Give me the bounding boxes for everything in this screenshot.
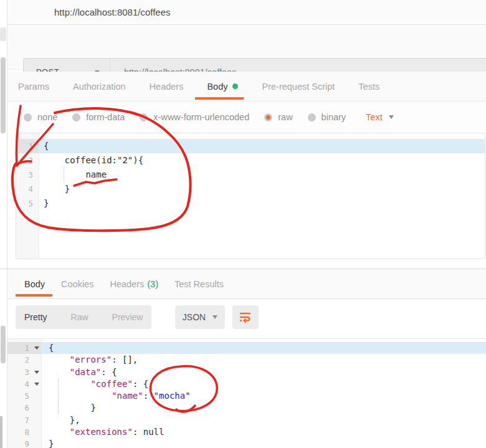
code-text: { xyxy=(39,139,485,153)
request-code-line[interactable]: 5} xyxy=(16,196,485,211)
code-text: "extensions": null xyxy=(41,426,486,438)
code-text: } xyxy=(39,182,485,196)
indent-guide xyxy=(64,167,64,181)
indent-guide xyxy=(58,378,59,414)
fold-spacer xyxy=(32,426,41,438)
line-number: 5 xyxy=(16,196,39,211)
code-text: }, xyxy=(41,414,486,426)
radio-icon xyxy=(24,113,32,122)
sidebar-scrollbar-thumb[interactable] xyxy=(1,57,6,133)
tab-body[interactable]: Body xyxy=(207,82,238,92)
sidebar-edge xyxy=(0,0,7,448)
view-preview-button[interactable]: Preview xyxy=(112,312,143,322)
line-number: 8 xyxy=(7,426,32,438)
response-code-line[interactable]: 7 }, xyxy=(7,414,486,426)
response-tab-label: Cookies xyxy=(61,279,93,289)
request-code-line[interactable]: 3 name xyxy=(16,168,485,182)
response-tab-body[interactable]: Body xyxy=(24,279,45,289)
response-code-line[interactable]: 2 "errors": [], xyxy=(7,354,486,366)
body-mode-label: form-data xyxy=(86,112,125,122)
response-code-line[interactable]: 1{ xyxy=(7,342,486,354)
tab-label: Pre-request Script xyxy=(262,82,335,92)
wrap-lines-button[interactable] xyxy=(232,305,259,329)
request-code-line[interactable]: 4 } xyxy=(16,182,485,196)
tab-headers[interactable]: Headers xyxy=(150,82,184,92)
response-code-line[interactable]: 4 "coffee": { xyxy=(7,378,486,390)
line-number: 3 xyxy=(16,168,39,182)
tab-label: Params xyxy=(18,82,49,92)
line-number: 5 xyxy=(7,390,32,402)
tab-label: Headers xyxy=(150,82,184,92)
view-pretty-button[interactable]: Pretty xyxy=(24,312,47,322)
response-code-line[interactable]: 8 "extensions": null xyxy=(7,426,486,438)
chevron-down-icon xyxy=(212,315,217,319)
sidebar-scrollbar-thumb[interactable] xyxy=(1,326,6,363)
tab-params[interactable]: Params xyxy=(18,82,49,92)
response-code-line[interactable]: 5 "name": "mocha" xyxy=(7,390,486,402)
tab-tests[interactable]: Tests xyxy=(358,82,379,92)
tab-pre-request-script[interactable]: Pre-request Script xyxy=(262,82,335,92)
body-mode-raw[interactable]: raw xyxy=(264,112,292,122)
fold-toggle[interactable] xyxy=(32,366,41,378)
url-row: POST http://localhost:8081/coffees xyxy=(7,26,486,70)
body-mode-none[interactable]: none xyxy=(24,112,57,122)
line-number: 4 xyxy=(7,378,32,390)
request-code-line[interactable]: 2 coffee(id:"2"){ xyxy=(16,153,485,168)
line-number: 1 xyxy=(7,342,32,354)
chevron-down-icon xyxy=(389,115,394,119)
body-mode-label: none xyxy=(37,112,57,122)
radio-icon xyxy=(264,113,272,122)
line-number: 9 xyxy=(7,438,32,448)
request-tabs: ParamsAuthorizationHeadersBodyPre-reques… xyxy=(7,72,486,102)
tab-authorization[interactable]: Authorization xyxy=(73,82,126,92)
view-raw-button[interactable]: Raw xyxy=(71,312,88,322)
body-mode-form-data[interactable]: form-data xyxy=(72,112,125,122)
response-tab-cookies[interactable]: Cookies xyxy=(61,279,93,289)
response-tab-headers[interactable]: Headers(3) xyxy=(110,279,158,289)
code-text: "name": "mocha" xyxy=(41,390,486,402)
sidebar-edge-segment xyxy=(0,416,2,448)
raw-type-select[interactable]: Text xyxy=(366,112,394,122)
wrap-lines-icon xyxy=(238,310,253,325)
line-number: 4 xyxy=(16,182,39,196)
code-text: coffee(id:"2"){ xyxy=(39,153,485,168)
code-text: name xyxy=(39,168,485,182)
line-number: 6 xyxy=(7,402,32,414)
line-number: 2 xyxy=(16,153,39,168)
fold-toggle[interactable] xyxy=(32,378,41,390)
headers-count-badge: (3) xyxy=(147,279,158,289)
unsaved-changes-dot-icon xyxy=(232,83,238,89)
request-body-editor[interactable]: 1{2 coffee(id:"2"){3 name4 }5} xyxy=(16,133,485,259)
code-text: "data": { xyxy=(41,366,486,378)
radio-icon xyxy=(140,113,148,122)
code-text: "coffee": { xyxy=(41,378,486,390)
response-tab-test-results[interactable]: Test Results xyxy=(174,279,224,289)
body-mode-label: x-www-form-urlencoded xyxy=(153,112,249,122)
response-format-select[interactable]: JSON xyxy=(175,305,225,329)
response-code-line[interactable]: 6 } xyxy=(7,402,486,414)
line-number: 2 xyxy=(7,354,32,366)
line-number: 1 xyxy=(16,139,39,153)
request-tab-bar: http://localhost:8081/coffees xyxy=(7,0,486,25)
code-text: } xyxy=(41,402,486,414)
body-mode-x-www-form-urlencoded[interactable]: x-www-form-urlencoded xyxy=(140,112,249,122)
request-tab-title[interactable]: http://localhost:8081/coffees xyxy=(54,7,171,17)
response-code-line[interactable]: 3 "data": { xyxy=(7,366,486,378)
body-mode-label: binary xyxy=(322,112,346,122)
response-view-switch: PrettyRawPreview xyxy=(16,305,151,329)
sidebar-edge-segment xyxy=(0,27,6,41)
code-text: { xyxy=(41,342,486,354)
fold-toggle[interactable] xyxy=(32,342,41,354)
request-code-line[interactable]: 1{ xyxy=(16,139,485,153)
code-text: "errors": [], xyxy=(41,354,486,366)
fold-spacer xyxy=(32,438,41,448)
body-mode-label: raw xyxy=(278,112,292,122)
response-tab-label: Body xyxy=(24,279,45,289)
response-code-line[interactable]: 9} xyxy=(7,438,486,448)
fold-arrow-icon xyxy=(34,383,39,386)
radio-icon xyxy=(308,113,316,122)
response-tabs: BodyCookiesHeaders(3)Test Results xyxy=(7,269,486,299)
tab-label: Tests xyxy=(358,82,379,92)
body-mode-binary[interactable]: binary xyxy=(308,112,346,122)
response-body-editor[interactable]: 1{2 "errors": [],3 "data": {4 "coffee": … xyxy=(7,338,486,448)
